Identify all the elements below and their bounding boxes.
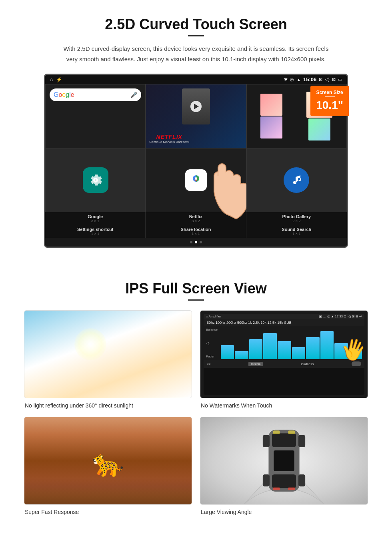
sunlight-flare <box>74 328 106 360</box>
gallery-item-sunlight: No light reflecting under 360° direct su… <box>24 310 192 409</box>
share-location-cell[interactable] <box>146 148 246 212</box>
sunlight-image <box>24 310 192 398</box>
cheetah-emoji: 🐆 <box>92 448 124 478</box>
amp-custom-row: << Custom loudness <box>204 360 364 368</box>
car-image <box>200 417 368 505</box>
title-underline-1 <box>188 35 204 36</box>
wifi-icon: ▲ <box>296 77 301 82</box>
eq-bar-4 <box>263 333 277 359</box>
svg-rect-11 <box>288 431 295 434</box>
google-search-bar[interactable]: Google 🎤 <box>50 88 141 101</box>
cheetah-caption: Super Fast Response <box>24 509 192 515</box>
maps-icon <box>185 169 207 191</box>
eq-bar-6 <box>292 347 306 359</box>
netflix-size: 3 × 2 <box>149 219 242 223</box>
gallery-item-cheetah: 🐆 Super Fast Response <box>24 417 192 515</box>
amp-title-row: 60hz 100hz 200hz 500hz 1k 2.5k 10k 12.5k… <box>204 319 364 326</box>
label-settings: Settings shortcut 1 × 1 <box>45 225 146 238</box>
gear-icon <box>88 173 103 187</box>
amplifier-image: ⌂ Amplifier ▣ … ◎ ▲ 17:33 ⊡ ◁) ⊠ ⊟ ↩ 60h… <box>200 310 368 398</box>
home-icon[interactable]: ⌂ <box>50 77 53 82</box>
google-logo: Google <box>54 91 74 98</box>
svg-point-1 <box>195 177 197 180</box>
netflix-cell[interactable]: NETFLIX Continue Marvel's Daredevil <box>146 84 246 148</box>
settings-label: Settings shortcut <box>48 227 142 232</box>
maps-logo-svg <box>190 174 202 187</box>
amp-time: ▣ … ◎ ▲ 17:33 ⊡ ◁) ⊠ ⊟ ↩ <box>319 315 362 318</box>
status-right: ✱ ◎ ▲ 15:06 ⊡ ◁) ⊠ ▭ <box>284 76 342 82</box>
eq-bar-3 <box>249 339 263 359</box>
status-left: ⌂ ⚡ <box>50 77 62 82</box>
netflix-figure <box>182 88 210 124</box>
amp-loudness-label: loudness <box>301 362 314 366</box>
eq-bar-5 <box>278 341 291 359</box>
sunlight-caption: No light reflecting under 360° direct su… <box>24 402 192 409</box>
play-button[interactable] <box>190 101 202 112</box>
device-wrapper: Screen Size 10.1" ⌂ ⚡ ✱ ◎ ▲ 15:06 ⊡ ◁) ⊠ <box>44 74 348 248</box>
share-label: Share location <box>149 227 242 232</box>
google-size: 3 × 1 <box>48 219 142 223</box>
amp-back-btn[interactable]: << <box>207 362 210 366</box>
gallery-item-amplifier: ⌂ Amplifier ▣ … ◎ ▲ 17:33 ⊡ ◁) ⊠ ⊟ ↩ 60h… <box>200 310 368 409</box>
sound-label: Sound Search <box>250 227 344 232</box>
google-cell[interactable]: Google 🎤 <box>45 84 146 148</box>
cheetah-shadow <box>24 478 192 504</box>
svg-rect-4 <box>272 474 296 488</box>
cheetah-image: 🐆 <box>24 417 192 505</box>
gallery-item-car: Large Viewing Angle <box>200 417 368 515</box>
screen-size-badge: Screen Size 10.1" <box>310 86 349 116</box>
eq-bar-1 <box>221 345 234 359</box>
svg-rect-3 <box>272 433 296 447</box>
battery-icon: ▭ <box>338 77 342 82</box>
amp-status-bar: ⌂ Amplifier ▣ … ◎ ▲ 17:33 ⊡ ◁) ⊠ ⊟ ↩ <box>204 314 364 319</box>
svg-rect-7 <box>298 435 305 447</box>
dot-1 <box>190 241 192 243</box>
badge-size: 10.1" <box>316 98 343 112</box>
gallery-grid: No light reflecting under 360° direct su… <box>24 310 368 515</box>
camera-icon: ⊡ <box>319 77 322 82</box>
sound-size: 1 × 1 <box>250 232 344 236</box>
svg-rect-6 <box>263 435 270 447</box>
svg-rect-5 <box>274 450 294 471</box>
svg-rect-13 <box>288 488 295 490</box>
share-size: 1 × 1 <box>149 232 242 236</box>
device-screen: ⌂ ⚡ ✱ ◎ ▲ 15:06 ⊡ ◁) ⊠ ▭ <box>44 74 348 248</box>
svg-rect-8 <box>263 474 270 486</box>
photo-thumb-2 <box>260 116 282 138</box>
amplifier-caption: No Watermarks When Touch <box>200 402 368 409</box>
eq-bar-2 <box>235 351 248 359</box>
svg-rect-12 <box>273 488 280 490</box>
svg-rect-9 <box>298 474 305 486</box>
label-photo-gallery: Photo Gallery 2 × 2 <box>246 212 347 225</box>
photo-gallery-label: Photo Gallery <box>250 214 344 219</box>
amp-home: ⌂ Amplifier <box>206 315 221 318</box>
car-topview-svg <box>260 423 308 499</box>
amp-toggle[interactable] <box>352 361 361 366</box>
badge-underline <box>325 96 335 97</box>
label-share: Share location 1 × 1 <box>146 225 246 238</box>
amp-label-fader: Fader <box>206 355 218 358</box>
section1-desc: With 2.5D curved-display screen, this de… <box>60 44 332 64</box>
eq-bar-7 <box>306 337 320 359</box>
scroll-dots <box>45 238 347 247</box>
car-caption: Large Viewing Angle <box>200 509 368 515</box>
section-divider <box>24 264 368 264</box>
app-label-row-2: Settings shortcut 1 × 1 Share location 1… <box>45 225 347 238</box>
volume-icon: ◁) <box>325 77 330 82</box>
settings-icon-circle <box>83 167 108 193</box>
amp-custom-btn[interactable]: Custom <box>248 362 263 366</box>
dot-3 <box>200 241 202 243</box>
amp-screen: ⌂ Amplifier ▣ … ◎ ▲ 17:33 ⊡ ◁) ⊠ ⊟ ↩ 60h… <box>204 314 364 395</box>
photo-thumb-3 <box>308 118 330 141</box>
svg-rect-10 <box>273 431 280 434</box>
label-sound: Sound Search 1 × 1 <box>246 225 347 238</box>
amp-vol-icon: ◁) <box>206 341 218 345</box>
status-bar: ⌂ ⚡ ✱ ◎ ▲ 15:06 ⊡ ◁) ⊠ ▭ <box>45 75 347 84</box>
photo-thumb-1 <box>260 94 282 116</box>
sound-search-cell[interactable] <box>246 148 347 212</box>
play-triangle <box>194 104 199 109</box>
mic-icon[interactable]: 🎤 <box>130 92 137 98</box>
photo-gallery-size: 2 × 2 <box>250 219 344 223</box>
settings-cell[interactable] <box>45 148 146 212</box>
netflix-subtitle: Continue Marvel's Daredevil <box>149 140 189 144</box>
